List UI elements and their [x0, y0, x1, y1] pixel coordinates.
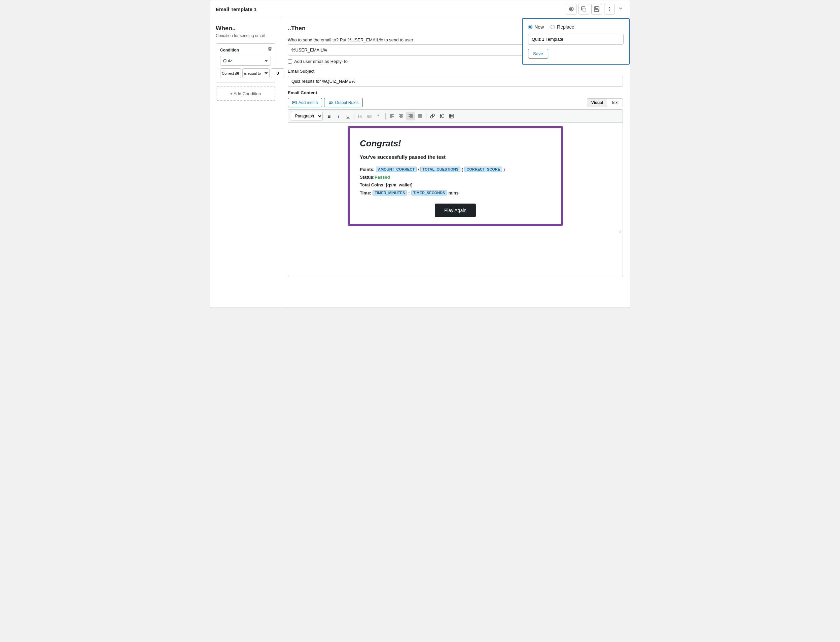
timer-seconds-tag: TIMER_SECONDS	[411, 190, 447, 196]
correct-percent-select[interactable]: Correct pe	[220, 68, 241, 78]
timer-minutes-tag: TIMER_MINUTES	[373, 190, 407, 196]
radio-replace-input[interactable]	[551, 25, 555, 29]
chevron-down-icon	[618, 6, 623, 11]
operator-select[interactable]: is equal to is greater than is less than	[242, 68, 269, 78]
congrats-text: Congrats!	[360, 138, 551, 149]
quote-button[interactable]: "	[375, 112, 384, 120]
collapse-button[interactable]	[617, 5, 624, 13]
add-condition-button[interactable]: + Add Condition	[216, 86, 275, 101]
when-subtitle: Condition for sending email	[216, 33, 275, 38]
tab-visual[interactable]: Visual	[587, 99, 607, 107]
svg-point-12	[358, 116, 359, 117]
status-row: Status:Passed	[360, 175, 551, 180]
svg-point-10	[331, 102, 332, 104]
more-button[interactable]	[604, 4, 615, 15]
more-icon	[607, 6, 612, 12]
radio-replace-label: Replace	[557, 24, 574, 29]
paragraph-select[interactable]: Paragraph	[291, 112, 323, 120]
condition-box: Condition Quiz Correct pe is equal to is	[216, 44, 275, 83]
italic-button[interactable]: I	[334, 112, 343, 120]
template-name-input[interactable]	[528, 34, 624, 45]
svg-point-5	[609, 9, 610, 10]
align-left-icon	[389, 114, 394, 118]
toolbar-divider-2	[385, 113, 386, 120]
table-button[interactable]	[447, 112, 456, 120]
link-button[interactable]	[428, 112, 437, 120]
play-again-button[interactable]: Play Again	[435, 204, 476, 217]
toolbar-top: Add media Output Rules Visual Text	[288, 98, 623, 107]
output-rules-button[interactable]: Output Rules	[324, 98, 363, 107]
svg-text:3.: 3.	[368, 116, 369, 118]
total-questions-tag: TOTAL_QUESTIONS	[420, 167, 461, 172]
copy-button[interactable]	[579, 4, 589, 15]
underline-button[interactable]: U	[344, 112, 352, 120]
align-justify-icon	[418, 114, 422, 118]
svg-rect-42	[449, 114, 453, 118]
radio-replace-option[interactable]: Replace	[551, 24, 574, 29]
output-rules-label: Output Rules	[335, 100, 358, 105]
reply-to-checkbox[interactable]	[288, 59, 292, 63]
subject-input[interactable]	[288, 76, 623, 87]
align-right-button[interactable]	[406, 112, 415, 120]
radio-new-option[interactable]: New	[528, 24, 544, 29]
ul-icon	[358, 114, 363, 118]
svg-point-41	[440, 117, 441, 118]
align-left-button[interactable]	[388, 112, 396, 120]
add-media-button[interactable]: Add media	[288, 98, 322, 107]
popup-save-button[interactable]: Save	[528, 49, 548, 58]
when-title: When..	[216, 25, 275, 32]
open-paren: (	[462, 167, 463, 172]
svg-point-11	[358, 115, 359, 115]
delete-condition-button[interactable]	[268, 47, 272, 52]
tab-text[interactable]: Text	[607, 99, 623, 107]
gear-icon	[568, 6, 574, 12]
view-tabs: Visual Text	[587, 98, 623, 107]
left-panel: When.. Condition for sending email Condi…	[210, 18, 281, 308]
scissors-button[interactable]	[438, 112, 446, 120]
copy-icon	[581, 6, 587, 12]
colon: :	[408, 190, 410, 196]
table-icon	[449, 114, 454, 118]
close-paren: )	[503, 167, 505, 172]
reply-to-label: Add user email as Reply-To	[294, 59, 348, 64]
svg-point-13	[358, 117, 359, 117]
svg-rect-0	[583, 8, 586, 11]
content-label: Email Content	[288, 90, 623, 95]
radio-new-label: New	[534, 24, 544, 29]
ol-button[interactable]: 1. 2. 3.	[365, 112, 374, 120]
radio-new-input[interactable]	[528, 25, 532, 29]
save-popup: New Replace Save	[522, 18, 630, 65]
gear-button[interactable]	[566, 4, 576, 15]
svg-point-4	[609, 7, 610, 8]
resize-handle[interactable]: ⟱	[288, 229, 623, 234]
toolbar-divider-3	[426, 113, 426, 120]
bold-button[interactable]: B	[325, 112, 334, 120]
align-right-icon	[408, 114, 413, 118]
editor-toolbar: Paragraph B I U	[288, 109, 623, 123]
link-icon	[430, 114, 435, 118]
ul-button[interactable]	[356, 112, 365, 120]
condition-row: Correct pe is equal to is greater than i…	[220, 68, 271, 78]
editor-content[interactable]: Congrats! You've successfully passed the…	[288, 123, 623, 277]
time-label: Time:	[360, 190, 371, 196]
save-button[interactable]	[591, 4, 602, 15]
toolbar-buttons: Add media Output Rules	[288, 98, 363, 107]
condition-label: Condition	[220, 48, 271, 52]
scissors-icon	[439, 114, 444, 118]
app-header: Email Template 1	[210, 0, 630, 18]
popup-radio-row: New Replace	[528, 24, 624, 29]
quiz-select[interactable]: Quiz	[220, 56, 271, 66]
trash-icon	[268, 47, 272, 51]
correct-score-tag: CORRECT_SCORE	[464, 167, 502, 172]
rules-icon	[328, 100, 333, 105]
svg-point-6	[609, 10, 610, 11]
align-justify-button[interactable]	[416, 112, 424, 120]
svg-point-40	[440, 115, 441, 116]
align-center-button[interactable]	[397, 112, 405, 120]
status-value: Passed	[375, 175, 390, 180]
time-row: Time: TIMER_MINUTES : TIMER_SECONDS mins	[360, 190, 551, 196]
save-icon	[594, 6, 599, 12]
mins-label: mins	[448, 190, 458, 196]
points-row: Points: AMOUNT_CORRECT / TOTAL_QUESTIONS…	[360, 167, 551, 172]
align-center-icon	[399, 114, 404, 118]
